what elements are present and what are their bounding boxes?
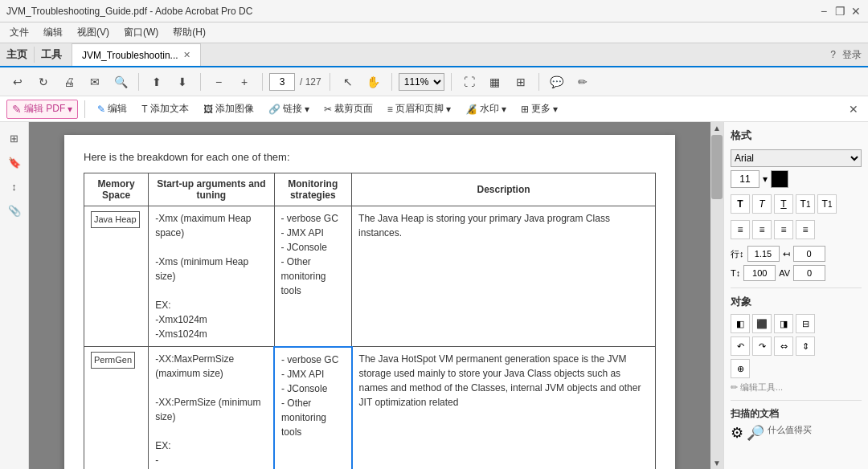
back-button[interactable]: ↩ [6, 71, 29, 93]
link-button[interactable]: 🔗 链接 ▾ [263, 100, 315, 119]
th-memory: Memory Space [84, 173, 149, 206]
indent-input[interactable] [793, 246, 825, 262]
watermark-icon: 🔏 [465, 104, 477, 115]
font-color-picker[interactable] [771, 170, 788, 188]
align-left-button[interactable]: ≡ [731, 220, 750, 239]
tab-home[interactable]: 主页 [6, 47, 27, 62]
sidebar-nav-icon[interactable]: ↕ [5, 177, 24, 196]
scale-input[interactable] [743, 265, 776, 281]
header-footer-button[interactable]: ≡ 页眉和页脚 ▾ [382, 100, 457, 119]
menu-help[interactable]: 帮助(H) [166, 24, 212, 41]
toolbar-divider-2 [200, 73, 201, 91]
page-number-input[interactable] [269, 73, 295, 91]
scroll-up-arrow[interactable]: ▲ [710, 122, 723, 134]
obj-align-left-btn[interactable]: ◧ [731, 314, 750, 333]
obj-align-center-btn[interactable]: ⬛ [752, 314, 772, 333]
superscript-button[interactable]: T1 [796, 194, 815, 214]
print-button[interactable]: 🖨 [58, 71, 80, 93]
sidebar-bookmarks-icon[interactable]: 🔖 [5, 153, 24, 172]
draw-button[interactable]: ✏ [571, 71, 594, 93]
pan-button[interactable]: ✋ [362, 71, 385, 93]
obj-send-back-btn[interactable]: ⊕ [731, 359, 750, 378]
edit-pdf-button[interactable]: ✎ 编辑 PDF ▾ [6, 100, 78, 119]
menu-view[interactable]: 视图(V) [71, 24, 116, 41]
main-toolbar: ↩ ↻ 🖨 ✉ 🔍 ⬆ ⬇ − + / 127 ↖ ✋ 111% 100% 12… [0, 67, 868, 96]
close-button[interactable]: ✕ [850, 6, 862, 17]
bold-button[interactable]: T [731, 194, 750, 214]
table-row: PermGen -XX:MaxPermSize (maximum size) -… [84, 347, 656, 470]
cell-memory-2: PermGen [84, 347, 149, 470]
menu-edit[interactable]: 编辑 [37, 24, 69, 41]
zoom-select[interactable]: 111% 100% 125% [399, 73, 444, 91]
obj-flip-v-btn[interactable]: ⇕ [796, 336, 815, 356]
scroll-track[interactable] [710, 200, 723, 457]
email-button[interactable]: ✉ [84, 71, 106, 93]
more-button[interactable]: ⊞ 更多 ▾ [515, 100, 563, 119]
line-spacing-input[interactable] [747, 246, 780, 262]
font-family-select[interactable]: Arial [731, 149, 862, 167]
view-btn-1[interactable]: ▦ [484, 71, 506, 93]
tab-tools[interactable]: 工具 [41, 47, 62, 62]
watermark-dropdown-icon: ▾ [502, 104, 506, 115]
th-description: Description [352, 173, 656, 206]
av-input[interactable] [793, 265, 825, 281]
refresh-button[interactable]: ↻ [32, 71, 55, 93]
view-btn-2[interactable]: ⊞ [510, 71, 532, 93]
scan-icons-row: ⚙ 🔎 什么值得买 [731, 424, 862, 442]
obj-flip-h-btn[interactable]: ⇔ [774, 336, 793, 356]
cell-description-2: The Java HotSpot VM permanent generation… [352, 347, 656, 470]
crop-button[interactable]: ✂ 裁剪页面 [318, 100, 379, 119]
link-icon: 🔗 [268, 104, 280, 115]
window-controls: − ❐ ✕ [818, 6, 862, 17]
italic-button[interactable]: T [752, 194, 772, 214]
window-title: JVM_Troubleshooting_Guide.pdf - Adobe Ac… [6, 6, 252, 17]
restore-button[interactable]: ❐ [834, 6, 845, 17]
comment-button[interactable]: 💬 [546, 71, 568, 93]
help-icon[interactable]: ? [830, 49, 836, 60]
menu-window[interactable]: 窗口(W) [117, 24, 165, 41]
cell-startup-1: -Xmx (maximum Heap space) -Xms (minimum … [149, 206, 274, 347]
obj-rotate-right-btn[interactable]: ↷ [752, 336, 772, 356]
scan-icon-2[interactable]: 🔎 [747, 424, 764, 442]
add-image-button[interactable]: 🖼 添加图像 [198, 100, 260, 119]
next-page-button[interactable]: ⬇ [171, 71, 194, 93]
scroll-thumb[interactable] [711, 135, 723, 199]
obj-align-right-btn[interactable]: ◨ [774, 314, 793, 333]
menu-file[interactable]: 文件 [3, 24, 35, 41]
zoom-out-button[interactable]: − [207, 71, 230, 93]
underline-button[interactable]: T [774, 194, 793, 214]
scan-icon-1[interactable]: ⚙ [731, 424, 743, 442]
zoom-in-button[interactable]: + [233, 71, 256, 93]
fit-page-button[interactable]: ⛶ [458, 71, 481, 93]
font-size-input[interactable] [731, 170, 760, 188]
obj-rotate-left-btn[interactable]: ↶ [731, 336, 750, 356]
edit-button[interactable]: ✎ 编辑 [92, 100, 133, 119]
align-center-button[interactable]: ≡ [752, 220, 772, 239]
login-button[interactable]: 登录 [842, 48, 862, 62]
tab-document[interactable]: JVM_Troubleshootin... ✕ [72, 43, 201, 66]
subscript-button[interactable]: T1 [817, 194, 837, 214]
size-dropdown-icon[interactable]: ▾ [763, 173, 768, 185]
prev-page-button[interactable]: ⬆ [145, 71, 168, 93]
scroll-down-arrow[interactable]: ▼ [710, 457, 723, 469]
pointer-button[interactable]: ↖ [337, 71, 359, 93]
obj-distribute-btn[interactable]: ⊟ [796, 314, 815, 333]
align-justify-button[interactable]: ≡ [796, 220, 815, 239]
whatsnew-icon[interactable]: 什么值得买 [768, 424, 812, 442]
watermark-button[interactable]: 🔏 水印 ▾ [460, 100, 512, 119]
tab-close-icon[interactable]: ✕ [183, 50, 190, 60]
scale-row: T↕ AV [731, 265, 862, 281]
minimize-button[interactable]: − [818, 6, 829, 17]
align-right-button[interactable]: ≡ [774, 220, 793, 239]
edit-toolbar-close-icon[interactable]: ✕ [845, 101, 862, 117]
format-title: 格式 [731, 128, 862, 143]
add-text-button[interactable]: T 添加文本 [136, 100, 194, 119]
edit-toolbar-divider-1 [84, 100, 85, 118]
sidebar-attach-icon[interactable]: 📎 [5, 201, 24, 220]
vertical-scrollbar[interactable]: ▲ ▼ [710, 122, 723, 469]
sidebar-pages-icon[interactable]: ⊞ [5, 128, 24, 148]
edit-tool-link[interactable]: ✏ 编辑工具... [731, 381, 862, 394]
search-button[interactable]: 🔍 [109, 71, 132, 93]
toolbar-divider-3 [262, 73, 263, 91]
cell-description-1: The Java Heap is storing your primary Ja… [352, 206, 656, 347]
